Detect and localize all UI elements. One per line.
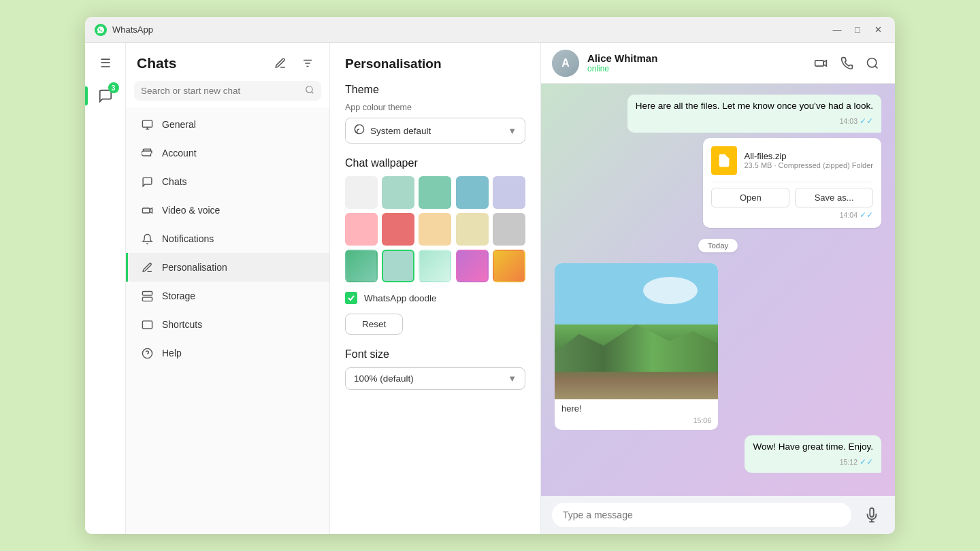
svg-rect-4 [142, 120, 152, 127]
wallpaper-swatch-13[interactable] [419, 250, 451, 282]
message-1: Here are all the files. Let me know once… [627, 95, 881, 133]
theme-value: System default [370, 126, 502, 136]
save-file-button[interactable]: Save as... [795, 188, 873, 207]
wallpaper-swatch-14[interactable] [456, 250, 489, 282]
wallpaper-swatch-1[interactable] [345, 176, 378, 209]
svg-point-3 [306, 86, 312, 93]
new-chat-button[interactable] [270, 52, 291, 74]
sidebar-narrow: ☰ 3 [85, 43, 126, 534]
wallpaper-swatch-9[interactable] [456, 213, 489, 246]
wallpaper-swatch-7[interactable] [382, 213, 414, 246]
settings-item-video[interactable]: Video & voice [126, 196, 329, 224]
theme-dropdown[interactable]: System default ▼ [345, 118, 525, 144]
help-label: Help [162, 348, 182, 358]
file-size: 23.5 MB · Compressed (zipped) Folder [744, 161, 873, 169]
svg-rect-7 [142, 207, 150, 212]
wallpaper-swatch-15[interactable] [493, 250, 525, 282]
font-chevron-icon: ▼ [508, 373, 517, 384]
settings-item-general[interactable]: General [126, 110, 329, 139]
reset-button[interactable]: Reset [345, 314, 403, 335]
file-name: All-files.zip [744, 151, 873, 161]
chats-header: Chats [126, 43, 329, 81]
title-bar: WhatsApp — □ ✕ [85, 17, 895, 43]
settings-item-account[interactable]: Account [126, 139, 329, 167]
personalisation-label: Personalisation [162, 262, 227, 273]
wallpaper-section-title: Chat wallpaper [345, 157, 525, 169]
date-divider: Today [555, 239, 881, 252]
voice-call-button[interactable] [835, 52, 858, 75]
svg-marker-8 [150, 207, 152, 212]
maximize-button[interactable]: □ [850, 22, 865, 37]
theme-chevron-icon: ▼ [508, 126, 517, 136]
close-button[interactable]: ✕ [870, 22, 885, 37]
settings-item-storage[interactable]: Storage [126, 282, 329, 310]
settings-item-notifications[interactable]: Notifications [126, 224, 329, 253]
svg-rect-13 [142, 320, 152, 328]
wallpaper-swatch-12[interactable] [382, 250, 414, 282]
file-message: All-files.zip 23.5 MB · Compressed (zipp… [703, 138, 881, 228]
account-icon [140, 146, 154, 160]
minimize-button[interactable]: — [830, 22, 845, 37]
video-call-button[interactable] [809, 52, 832, 75]
personalisation-panel: Personalisation Theme App colour theme S… [330, 43, 541, 534]
active-indicator [85, 86, 88, 105]
wallpaper-swatch-3[interactable] [419, 176, 451, 209]
message-text: Here are all the files. Let me know once… [636, 101, 873, 111]
file-info-row: All-files.zip 23.5 MB · Compressed (zipp… [711, 146, 873, 175]
message-text-5: Wow! Have great time. Enjoy. [753, 441, 873, 452]
chat-input-bar [541, 496, 895, 534]
doodle-checkbox[interactable] [345, 292, 357, 304]
settings-item-shortcuts[interactable]: Shortcuts [126, 310, 329, 339]
storage-icon [140, 289, 154, 303]
mountain-photo[interactable] [555, 263, 718, 399]
svg-rect-10 [142, 297, 152, 301]
account-label: Account [162, 148, 197, 158]
main-content: ☰ 3 Chats [85, 43, 895, 534]
message-input[interactable] [552, 503, 851, 527]
wallpaper-swatch-5[interactable] [493, 176, 525, 209]
wallpaper-swatch-4[interactable] [456, 176, 489, 209]
notifications-icon [140, 232, 154, 246]
font-size-value: 100% (default) [354, 373, 502, 384]
microphone-button[interactable] [860, 503, 884, 527]
svg-point-18 [868, 58, 877, 67]
filter-button[interactable] [297, 52, 318, 74]
read-ticks-5: ✓✓ [860, 456, 873, 468]
search-input[interactable] [141, 86, 305, 96]
contact-status: online [587, 64, 801, 73]
storage-label: Storage [162, 290, 195, 301]
chats-title: Chats [137, 55, 176, 71]
file-actions: Open Save as... [711, 182, 873, 207]
wallpaper-swatch-8[interactable] [419, 213, 451, 246]
app-window: WhatsApp — □ ✕ ☰ 3 Chats [85, 17, 895, 534]
zip-file-icon [711, 146, 737, 175]
message-time: 14:03 ✓✓ [636, 116, 873, 127]
settings-item-chats[interactable]: Chats [126, 167, 329, 196]
file-message-time: 14:04 ✓✓ [711, 210, 873, 220]
settings-item-help[interactable]: Help [126, 339, 329, 367]
wallpaper-swatch-6[interactable] [345, 213, 378, 246]
wallpaper-swatch-2[interactable] [382, 176, 414, 209]
contact-avatar[interactable]: A [552, 50, 579, 77]
image-time: 15:06 [561, 416, 711, 424]
help-icon [140, 346, 154, 360]
message-5: Wow! Have great time. Enjoy. 15:12 ✓✓ [745, 435, 881, 473]
search-chat-button[interactable] [861, 52, 884, 75]
font-section-title: Font size [345, 348, 525, 361]
chats-nav-button[interactable]: 3 [92, 82, 119, 110]
notifications-label: Notifications [162, 233, 214, 244]
date-badge: Today [698, 239, 738, 252]
wallpaper-swatch-10[interactable] [493, 213, 525, 246]
image-caption: here! 15:06 [555, 399, 718, 430]
settings-item-personalisation[interactable]: Personalisation [126, 253, 329, 282]
open-file-button[interactable]: Open [711, 188, 789, 207]
doodle-checkbox-row: WhatsApp doodle [345, 292, 525, 304]
menu-button[interactable]: ☰ [93, 51, 118, 76]
doodle-label: WhatsApp doodle [364, 293, 437, 303]
theme-icon [354, 124, 365, 137]
app-title: WhatsApp [112, 24, 830, 35]
search-bar [134, 81, 321, 101]
font-size-dropdown[interactable]: 100% (default) ▼ [345, 367, 525, 390]
wallpaper-swatch-11[interactable] [345, 250, 378, 282]
chats-label: Chats [162, 176, 187, 187]
